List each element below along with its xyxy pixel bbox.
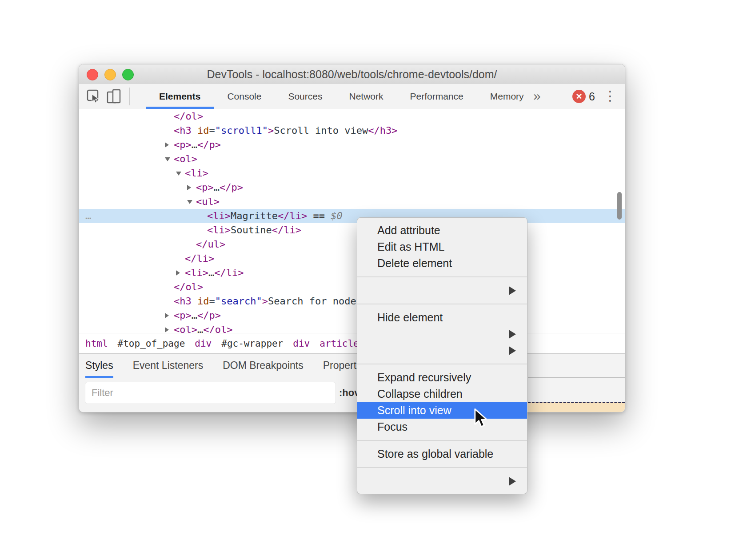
row-actions-ellipsis-icon[interactable]: …	[85, 209, 91, 223]
dom-node-text: <p>…</p>	[174, 308, 221, 323]
collapse-arrow-icon[interactable]	[176, 172, 181, 176]
tab-performance[interactable]: Performance	[397, 84, 477, 109]
syntax-plain: Magritte	[231, 210, 278, 221]
context-menu-item-add-attribute[interactable]: Add attribute	[357, 222, 527, 239]
dom-node-text: <li>Soutine</li>	[207, 223, 301, 237]
dom-tree-row[interactable]: </ol>	[79, 109, 625, 124]
syntax-dollar: $0	[331, 210, 343, 221]
vertical-scrollbar-thumb[interactable]	[617, 192, 622, 220]
dom-tree-row[interactable]: <ol>…</ol>	[79, 323, 625, 333]
syntax-plain: =	[209, 296, 215, 307]
breadcrumb-item-div[interactable]: div	[293, 338, 310, 349]
sidebar-tab-dom-breakpoints[interactable]: DOM Breakpoints	[223, 354, 304, 378]
sidebar-tab-styles[interactable]: Styles	[85, 354, 113, 378]
syntax-plain: Search for node	[268, 296, 356, 307]
dom-tree-row[interactable]: …<li>Magritte</li> == $0	[79, 209, 625, 223]
dom-tree-row[interactable]: <ol>	[79, 152, 625, 166]
breadcrumb-item-gc-wrapper[interactable]: #gc-wrapper	[221, 338, 283, 349]
dom-node-text: <h3 id="search">Search for node	[174, 294, 356, 308]
expand-arrow-icon[interactable]	[165, 327, 169, 332]
context-menu-item-force-state[interactable]	[357, 326, 527, 342]
collapse-arrow-icon[interactable]	[187, 200, 192, 204]
dom-node-text: </ol>	[174, 109, 203, 124]
zoom-window-button[interactable]	[122, 69, 134, 80]
syntax-tag: <li>	[185, 168, 208, 179]
collapse-arrow-icon[interactable]	[165, 157, 170, 161]
context-menu-item-focus[interactable]: Focus	[357, 419, 527, 435]
dom-tree-row[interactable]: <li>…</li>	[79, 266, 625, 280]
breadcrumb-item-html[interactable]: html	[85, 338, 108, 349]
minimize-window-button[interactable]	[104, 69, 116, 80]
breadcrumb-item-div[interactable]: div	[195, 338, 212, 349]
customize-devtools-kebab-icon[interactable]: ⋮	[603, 84, 617, 108]
breadcrumb: html#top_of_pagediv#gc-wrapperdivarticle	[79, 333, 625, 353]
syntax-tag: <p>	[174, 139, 192, 150]
syntax-plain: Scroll into view	[274, 125, 368, 136]
error-badge-icon[interactable]: ✕	[572, 90, 586, 103]
dom-tree-panel: <li>…</li></ol><h3 id="scroll1">Scroll i…	[79, 109, 625, 333]
expand-arrow-icon[interactable]	[187, 185, 191, 190]
tab-elements[interactable]: Elements	[146, 84, 214, 109]
menu-divider	[357, 440, 527, 441]
syntax-tag: </ol>	[203, 324, 232, 333]
styles-filter-input[interactable]	[85, 382, 336, 404]
dom-tree-row[interactable]: <p>…</p>	[79, 180, 625, 195]
box-model-margin-edge	[528, 402, 625, 412]
context-menu-item-hide-element[interactable]: Hide element	[357, 309, 527, 326]
breadcrumb-item-article[interactable]: article	[320, 338, 359, 349]
expand-arrow-icon[interactable]	[165, 313, 169, 318]
sidebar-tab-event-listeners[interactable]: Event Listeners	[133, 354, 204, 378]
title-bar[interactable]: DevTools - localhost:8080/web/tools/chro…	[79, 64, 625, 84]
dom-tree-row[interactable]: <li>	[79, 166, 625, 180]
dom-tree-row[interactable]: <p>…</p>	[79, 138, 625, 152]
expand-arrow-icon[interactable]	[165, 142, 169, 148]
toolbar-separator	[129, 88, 130, 105]
syntax-plain	[192, 125, 197, 136]
context-menu-item-speech[interactable]	[357, 473, 527, 489]
dom-tree-row[interactable]: <li>Soutine</li>	[79, 223, 625, 237]
submenu-arrow-icon	[509, 330, 516, 339]
context-menu-item-store-as-global-variable[interactable]: Store as global variable	[357, 446, 527, 462]
menu-divider	[357, 364, 527, 364]
error-count[interactable]: 6	[589, 84, 595, 109]
tab-network[interactable]: Network	[336, 84, 396, 109]
context-menu-item-edit-as-html[interactable]: Edit as HTML	[357, 239, 527, 255]
context-menu-item-copy[interactable]	[357, 282, 527, 299]
dom-tree-row[interactable]: </ol>	[79, 280, 625, 294]
dom-tree-row[interactable]: </ul>	[79, 237, 625, 252]
syntax-attr: id	[197, 125, 209, 136]
context-menu-item-delete-element[interactable]: Delete element	[357, 255, 527, 272]
breadcrumb-item-top-of-page[interactable]: #top_of_page	[118, 338, 185, 349]
syntax-tag: </ul>	[196, 239, 225, 250]
context-menu: Add attributeEdit as HTMLDelete elementH…	[357, 217, 527, 494]
context-menu-item-expand-recursively[interactable]: Expand recursively	[357, 369, 527, 386]
dom-tree-row[interactable]: <h3 id="scroll1">Scroll into view</h3>	[79, 124, 625, 138]
syntax-plain: …	[208, 267, 214, 278]
syntax-tag: </p>	[220, 182, 243, 193]
close-window-button[interactable]	[87, 69, 98, 80]
dom-tree-row[interactable]: <h3 id="search">Search for node	[79, 294, 625, 308]
syntax-plain: …	[192, 310, 197, 321]
dom-tree-row[interactable]: </li>	[79, 252, 625, 266]
tab-memory[interactable]: Memory	[477, 84, 537, 109]
syntax-plain: …	[192, 139, 197, 150]
dom-node-text: </li>	[185, 252, 214, 266]
tab-sources[interactable]: Sources	[275, 84, 336, 109]
tab-console[interactable]: Console	[214, 84, 275, 109]
dom-tree-row[interactable]: <ul>	[79, 195, 625, 209]
dom-node-text: <ul>	[196, 195, 220, 209]
dom-tree-row[interactable]: <p>…</p>	[79, 308, 625, 323]
inspect-element-icon[interactable]	[85, 88, 102, 105]
syntax-tag: >	[268, 125, 274, 136]
toggle-device-toolbar-icon[interactable]	[106, 88, 123, 105]
more-tabs-chevron-icon[interactable]: »	[533, 84, 541, 108]
syntax-tag: <ul>	[196, 196, 220, 207]
context-menu-item-scroll-into-view[interactable]: Scroll into view	[357, 402, 527, 419]
context-menu-item-collapse-children[interactable]: Collapse children	[357, 386, 527, 402]
syntax-tag: </ol>	[174, 281, 203, 292]
expand-arrow-icon[interactable]	[176, 270, 180, 276]
sidebar-tabbar-right-fragment	[528, 353, 625, 378]
dom-node-text: <h3 id="scroll1">Scroll into view</h3>	[174, 124, 397, 138]
context-menu-item-break-on[interactable]	[357, 342, 527, 359]
submenu-arrow-icon	[509, 346, 516, 355]
